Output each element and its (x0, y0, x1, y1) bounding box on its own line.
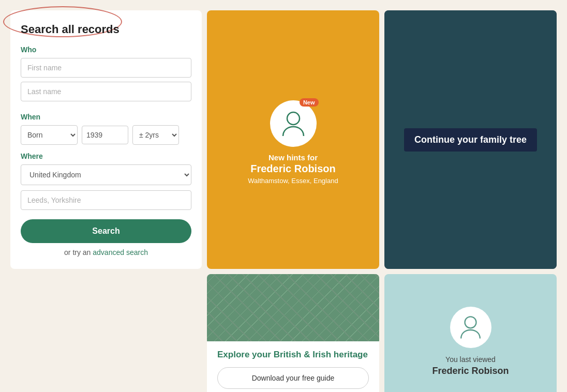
hints-card: New New hints for Frederic Robison Walth… (207, 10, 379, 269)
who-label: Who (21, 46, 191, 54)
hints-person-location: Walthamstow, Essex, England (248, 177, 338, 185)
hints-new-label: New hints for (268, 153, 318, 162)
born-select[interactable]: Born (21, 125, 78, 145)
first-name-input[interactable] (21, 58, 191, 78)
where-label: Where (21, 152, 191, 160)
search-panel: Search all records Who When Born ± 2yrs … (10, 10, 202, 269)
range-select[interactable]: ± 2yrs (132, 125, 179, 145)
heritage-title: Explore your British & Irish heritage (217, 350, 369, 360)
hints-avatar (270, 100, 317, 147)
heritage-content: Explore your British & Irish heritage Do… (207, 341, 379, 392)
year-input[interactable] (82, 126, 128, 144)
location-select[interactable]: United Kingdom (21, 164, 191, 185)
when-row: Born ± 2yrs (21, 125, 191, 145)
last-viewed-card: You last viewed Frederic Robison (384, 274, 557, 392)
person-icon (278, 108, 309, 139)
advanced-search-row: or try an advanced search (21, 248, 191, 257)
last-viewed-name: Frederic Robison (432, 366, 509, 376)
city-input[interactable] (21, 190, 191, 210)
last-viewed-label: You last viewed (445, 355, 496, 364)
or-text: or try an (64, 248, 91, 257)
search-title: Search all records (21, 23, 120, 36)
download-guide-button[interactable]: Download your free guide (217, 367, 369, 389)
family-tree-text: Continue your family tree (404, 128, 537, 152)
advanced-search-link[interactable]: advanced search (93, 248, 148, 257)
last-viewed-person-icon (456, 313, 485, 341)
last-viewed-avatar (450, 307, 491, 348)
family-tree-card[interactable]: Continue your family tree (384, 10, 557, 269)
new-badge: New (300, 98, 319, 107)
when-label: When (21, 113, 191, 121)
search-button[interactable]: Search (21, 219, 191, 243)
hints-person-name: Frederic Robison (250, 163, 335, 175)
map-pattern (207, 274, 379, 341)
heritage-card: Explore your British & Irish heritage Do… (207, 274, 379, 392)
svg-point-0 (287, 112, 300, 125)
svg-point-1 (465, 316, 476, 328)
last-name-input[interactable] (21, 82, 191, 101)
heritage-map (207, 274, 379, 341)
